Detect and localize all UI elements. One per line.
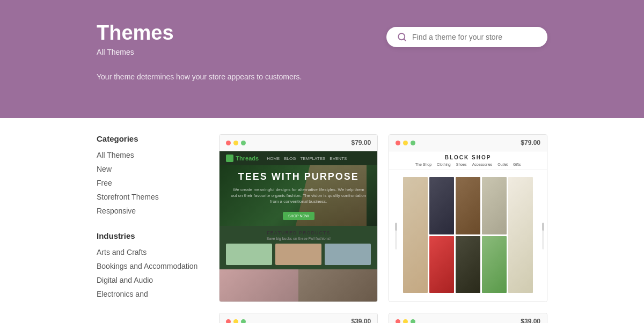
price-badge-blockshop: $79.00: [521, 139, 540, 146]
dot-yellow: [403, 141, 408, 145]
threads-shop-button[interactable]: SHOP NOW: [283, 212, 314, 220]
price-badge-bistro: $39.00: [351, 318, 371, 323]
sidebar-item-all-themes[interactable]: All Themes: [97, 151, 197, 159]
blockshop-nav-links: The Shop Clothing Shoes Accessories Outl…: [415, 163, 521, 166]
theme-card-header-stationery: $39.00: [389, 313, 547, 323]
sidebar-item-responsive[interactable]: Responsive: [97, 207, 197, 215]
sidebar-item-digital-audio[interactable]: Digital and Audio: [97, 276, 197, 284]
blockshop-item-6: [429, 236, 454, 293]
threads-hero-content: TEES WITH PURPOSE We create meaningful d…: [219, 165, 377, 226]
browser-dots-blockshop: [396, 141, 415, 145]
blockshop-scrollbar-right: [539, 173, 544, 299]
dot-red: [396, 319, 400, 324]
blockshop-grid: [399, 173, 537, 299]
sidebar-item-electronics[interactable]: Electronics and: [97, 290, 197, 298]
price-badge-threads: $79.00: [351, 139, 371, 146]
search-input[interactable]: [412, 33, 537, 41]
blockshop-item-7: [456, 236, 480, 293]
blockshop-item-2: [429, 177, 454, 234]
threads-hero: TEES WITH PURPOSE We create meaningful d…: [219, 165, 377, 226]
blockshop-nav: BLOCK SHOP The Shop Clothing Shoes Acces…: [389, 151, 547, 170]
search-icon: [397, 32, 407, 42]
dot-yellow: [403, 319, 408, 324]
theme-card-header-threads: $79.00: [219, 135, 377, 151]
browser-dots-stationery: [396, 319, 415, 324]
threads-featured: FEATURED PRODUCTS Save big bucks on thes…: [219, 226, 377, 269]
threads-img-1: [219, 269, 298, 302]
featured-item-1: [226, 244, 272, 265]
threads-featured-title: FEATURED PRODUCTS: [226, 230, 371, 236]
blockshop-item-1: [403, 177, 428, 293]
theme-preview-threads: Threads HOME BLOG TEMPLATES EVENTS: [219, 151, 377, 269]
threads-nav: Threads HOME BLOG TEMPLATES EVENTS: [219, 151, 377, 165]
dot-red: [396, 141, 400, 145]
sidebar-item-storefront-themes[interactable]: Storefront Themes: [97, 193, 197, 201]
categories-section: Categories All Themes New Free Storefron…: [97, 134, 197, 215]
dot-green: [411, 319, 415, 324]
blockshop-item-3: [456, 177, 480, 234]
theme-card-stationery[interactable]: $39.00 STATIONERY: [389, 313, 547, 323]
theme-card-bistro[interactable]: $39.00 Bistro Shop Our Menu Blog Inspira…: [219, 313, 378, 323]
industries-label: Industries: [97, 231, 197, 240]
dot-red: [226, 319, 231, 324]
browser-dots-bistro: [226, 319, 246, 324]
price-badge-stationery: $39.00: [521, 318, 540, 323]
featured-item-2: [275, 244, 321, 265]
search-bar[interactable]: [386, 27, 547, 47]
threads-nav-links: HOME BLOG TEMPLATES EVENTS: [267, 156, 347, 161]
browser-dots: [226, 141, 246, 145]
theme-card-header-bistro: $39.00: [219, 313, 377, 323]
dot-red: [226, 141, 231, 145]
sidebar: Categories All Themes New Free Storefron…: [97, 134, 197, 323]
threads-logo-icon: [226, 155, 233, 162]
dot-yellow: [233, 319, 238, 324]
sidebar-item-free[interactable]: Free: [97, 179, 197, 187]
themes-grid: $79.00 Threads HOME BLOG TEMPLATES EVENT…: [219, 134, 547, 323]
threads-logo: Threads: [226, 155, 259, 162]
dot-green: [241, 141, 246, 145]
blockshop-item-5: [508, 177, 533, 293]
threads-bottom-images: [219, 269, 377, 302]
dot-green: [411, 141, 415, 145]
dot-yellow: [233, 141, 238, 145]
blockshop-item-8: [482, 236, 507, 293]
blockshop-scrollbar: [392, 173, 397, 299]
threads-featured-items: [226, 244, 371, 265]
svg-line-1: [404, 39, 405, 40]
sidebar-item-bookings[interactable]: Bookings and Accommodation: [97, 262, 197, 270]
threads-img-2: [298, 269, 377, 302]
dot-green: [241, 319, 246, 324]
theme-card-threads[interactable]: $79.00 Threads HOME BLOG TEMPLATES EVENT…: [219, 134, 378, 302]
header-banner: Themes All Themes Your theme determines …: [0, 0, 644, 118]
theme-card-header-blockshop: $79.00: [389, 135, 547, 151]
threads-hero-title: TEES WITH PURPOSE: [230, 171, 367, 182]
page-title: Themes: [97, 21, 302, 45]
header-left: Themes All Themes Your theme determines …: [97, 21, 302, 81]
blockshop-content: [389, 170, 547, 302]
industries-section: Industries Arts and Crafts Bookings and …: [97, 231, 197, 298]
sidebar-item-arts-crafts[interactable]: Arts and Crafts: [97, 248, 197, 256]
header-description: Your theme determines how your store app…: [97, 72, 302, 81]
categories-label: Categories: [97, 134, 197, 143]
threads-featured-subtitle: Save big bucks on these Fall fashions!: [226, 237, 371, 240]
threads-hero-text: We create meaningful designs for alterna…: [230, 187, 367, 205]
header-subtitle: All Themes: [97, 48, 302, 56]
sidebar-item-new[interactable]: New: [97, 165, 197, 173]
theme-preview-blockshop: BLOCK SHOP The Shop Clothing Shoes Acces…: [389, 151, 547, 302]
theme-card-blockshop[interactable]: $79.00 BLOCK SHOP The Shop Clothing Shoe…: [389, 134, 547, 302]
featured-item-3: [325, 244, 371, 265]
main-content: Categories All Themes New Free Storefron…: [0, 118, 644, 323]
blockshop-logo: BLOCK SHOP: [445, 155, 492, 160]
blockshop-item-4: [482, 177, 507, 234]
